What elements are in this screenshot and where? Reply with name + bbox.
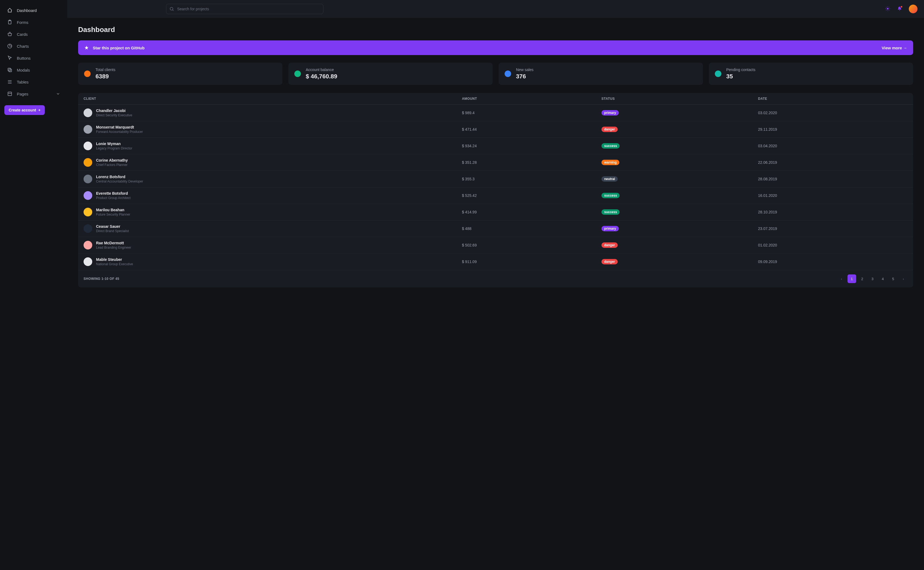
sun-icon [885,6,890,11]
amount-cell: $ 911.09 [457,254,596,270]
page-5[interactable]: 5 [889,274,898,283]
client-role: Legacy Program Director [96,146,132,150]
user-avatar[interactable] [909,5,918,13]
stat-dot [715,70,721,77]
table-row[interactable]: Corine AbernathyChief Factors Planner$ 3… [78,154,913,171]
notifications-button[interactable] [897,6,902,12]
col-client: Client [78,93,457,105]
nav-label: Cards [17,32,28,37]
table-row[interactable]: Ceasar SauerDirect Brand Specialist$ 488… [78,221,913,237]
date-cell: 09.09.2019 [752,254,913,270]
amount-cell: $ 414.99 [457,204,596,221]
stat-card: Pending contacts35 [709,63,913,85]
nav-cards[interactable]: Cards [5,28,63,40]
client-avatar [84,257,92,266]
nav-dashboard[interactable]: Dashboard [5,5,63,16]
nav-label: Dashboard [17,8,37,13]
notification-dot [900,5,903,8]
list-icon [7,79,12,84]
date-cell: 22.06.2019 [752,154,913,171]
stat-dot [505,70,511,77]
page-2[interactable]: 2 [858,274,867,283]
client-role: Direct Brand Specialist [96,229,129,233]
nav-label: Buttons [17,56,31,60]
banner-view-more[interactable]: View more → [882,46,907,50]
showing-text: Showing 1-10 of 45 [84,277,120,280]
table-row[interactable]: Chandler JacobiDirect Security Executive… [78,105,913,121]
status-badge: warning [602,160,619,165]
theme-toggle[interactable] [885,6,890,12]
stat-value: $ 46,760.89 [306,73,337,80]
page-prev[interactable]: ‹ [837,274,846,283]
nav-label: Charts [17,44,29,49]
status-badge: danger [602,242,618,248]
amount-cell: $ 351.28 [457,154,596,171]
table-footer: Showing 1-10 of 45 ‹12345› [78,270,913,287]
clients-table-card: Client Amount Status Date Chandler Jacob… [78,93,913,287]
layers-icon [7,91,12,97]
basket-icon [7,31,12,37]
page-4[interactable]: 4 [878,274,887,283]
amount-cell: $ 502.69 [457,237,596,254]
status-badge: success [602,193,620,198]
page-next[interactable]: › [899,274,908,283]
nav-forms[interactable]: Forms [5,16,63,28]
nav-label: Forms [17,20,29,25]
client-name: Ceasar Sauer [96,224,129,228]
github-banner: Star this project on GitHub View more → [78,40,913,55]
client-name: Chandler Jacobi [96,109,132,113]
table-row[interactable]: Lonie WymanLegacy Program Director$ 934.… [78,138,913,154]
table-row[interactable]: Rae McDermottLead Branding Engineer$ 502… [78,237,913,254]
amount-cell: $ 989.4 [457,105,596,121]
svg-rect-8 [8,92,11,95]
nav-pages[interactable]: Pages [5,88,63,100]
client-avatar [84,141,92,150]
home-icon [7,8,12,13]
stat-value: 6389 [95,73,115,80]
nav-charts[interactable]: Charts [5,40,63,52]
topbar [67,0,924,18]
nav-label: Pages [17,92,29,96]
date-cell: 01.02.2020 [752,237,913,254]
nav-tables[interactable]: Tables [5,76,63,88]
table-row[interactable]: Lorenz BotsfordCentral Accountability De… [78,171,913,187]
sidebar: Dashboard Forms Cards Charts Buttons Mod… [0,0,67,570]
client-name: Lonie Wyman [96,141,132,146]
client-avatar [84,109,92,117]
client-role: Direct Security Executive [96,113,132,117]
stat-dot [294,70,301,77]
date-cell: 28.08.2019 [752,171,913,187]
client-name: Lorenz Botsford [96,175,143,179]
nav-buttons[interactable]: Buttons [5,52,63,64]
svg-line-19 [886,10,886,10]
date-cell: 23.07.2019 [752,221,913,237]
clients-table: Client Amount Status Date Chandler Jacob… [78,93,913,270]
client-avatar [84,158,92,167]
client-name: Marilou Beahan [96,208,130,212]
stat-label: Total clients [95,67,115,72]
client-name: Monserrat Marquardt [96,125,143,129]
banner-text: Star this project on GitHub [93,46,144,50]
col-status: Status [596,93,752,105]
create-label: Create account [9,108,36,112]
status-badge: neutral [602,176,618,182]
clipboard-icon [7,20,12,25]
stat-label: Account balance [306,67,337,72]
create-account-button[interactable]: Create account + [5,105,45,115]
content: Dashboard Star this project on GitHub Vi… [67,18,924,295]
amount-cell: $ 525.42 [457,187,596,204]
client-name: Mable Steuber [96,257,133,262]
page-3[interactable]: 3 [868,274,877,283]
nav-modals[interactable]: Modals [5,64,63,76]
table-row[interactable]: Monserrat MarquardtForward Accountabilit… [78,121,913,138]
search-input[interactable] [166,4,323,14]
page-1[interactable]: 1 [847,274,856,283]
table-row[interactable]: Mable SteuberNational Group Executive$ 9… [78,254,913,270]
client-role: Product Group Architect [96,196,130,200]
status-badge: primary [602,110,619,115]
nav-label: Tables [17,80,29,84]
table-row[interactable]: Marilou BeahanFuture Security Planner$ 4… [78,204,913,221]
nav: Dashboard Forms Cards Charts Buttons Mod… [5,5,63,100]
client-role: Lead Branding Engineer [96,246,131,250]
table-row[interactable]: Everette BotsfordProduct Group Architect… [78,187,913,204]
